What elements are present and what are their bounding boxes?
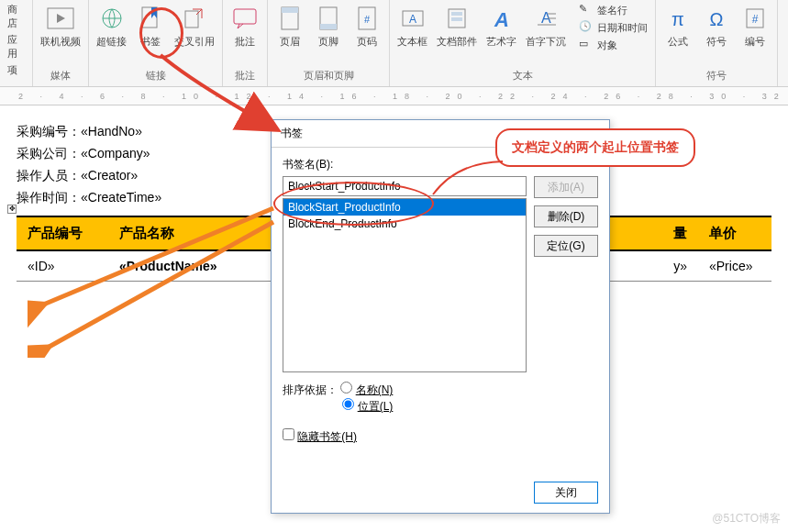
col-qty: 量	[662, 225, 698, 242]
sig-icon: ✎	[579, 3, 594, 17]
omega-icon: Ω	[702, 4, 731, 33]
textbox-button[interactable]: A文本框	[394, 2, 431, 50]
online-video-button[interactable]: 联机视频	[37, 2, 84, 50]
pagenum-button[interactable]: #页码	[349, 2, 385, 50]
col-price: 单价	[698, 225, 771, 242]
crossref-button[interactable]: 交叉引用	[171, 2, 218, 50]
svg-rect-6	[234, 9, 256, 24]
close-button[interactable]: 关闭	[534, 482, 598, 504]
pi-icon: π	[663, 4, 693, 33]
goto-button[interactable]: 定位(G)	[534, 235, 598, 257]
apps-button[interactable]: 应用	[4, 32, 28, 61]
group-label-symbols: 符号	[660, 67, 773, 86]
anno-callout: 文档定义的两个起止位置书签	[495, 128, 695, 167]
bookmark-dialog: 书签 书签名(B): BlockStart_ProductInfo BlockE…	[271, 119, 610, 514]
object-button[interactable]: ▭对象	[575, 37, 651, 53]
delete-button[interactable]: 删除(D)	[534, 205, 598, 227]
equation-button[interactable]: π公式	[660, 2, 696, 50]
svg-rect-17	[451, 17, 462, 21]
add-button[interactable]: 添加(A)	[534, 176, 598, 198]
ruler: 2 · 4 · 6 · 8 · 10 · 12 · 14 · 16 · 18 ·…	[0, 87, 788, 105]
dropcap-icon: A	[531, 4, 560, 33]
svg-rect-8	[282, 7, 298, 13]
svg-text:#: #	[752, 13, 759, 26]
watermark: @51CTO博客	[712, 511, 781, 526]
wordart-button[interactable]: A艺术字	[483, 2, 520, 50]
header-icon	[275, 4, 305, 33]
table-move-handle[interactable]: ✥	[7, 205, 17, 214]
parts-icon	[442, 4, 472, 33]
sort-loc-radio[interactable]: 位置(L)	[342, 400, 393, 413]
globe-icon	[97, 4, 127, 33]
number-button[interactable]: #编号	[737, 2, 773, 50]
datetime-button[interactable]: 🕓日期和时间	[575, 19, 651, 36]
cell-price: «Price»	[698, 259, 771, 273]
clock-icon: 🕓	[579, 20, 594, 35]
quickparts-button[interactable]: 文档部件	[433, 2, 481, 50]
group-label-text: 文本	[394, 67, 651, 86]
wordart-icon: A	[487, 4, 516, 33]
group-label-comments: 批注	[227, 67, 263, 86]
item-button[interactable]: 项	[4, 62, 28, 78]
svg-marker-4	[151, 7, 157, 18]
dropcap-button[interactable]: A首字下沉	[522, 2, 570, 50]
bookmark-item-0[interactable]: BlockStart_ProductInfo	[283, 199, 526, 216]
ribbon: 商店 应用 项 联机视频 媒体 超链接 书签 交叉引用 链接 批注 批注 页眉 …	[0, 0, 788, 87]
col-id: 产品编号	[17, 225, 108, 242]
cell-qty: y»	[662, 259, 698, 273]
group-label-headerfooter: 页眉和页脚	[272, 67, 385, 86]
svg-marker-1	[57, 14, 65, 23]
svg-text:A: A	[494, 8, 509, 30]
bookmark-item-1[interactable]: BlockEnd_ProductInfo	[283, 216, 526, 232]
header-button[interactable]: 页眉	[272, 2, 308, 50]
svg-text:A: A	[408, 13, 416, 26]
crossref-icon	[180, 4, 209, 33]
svg-rect-5	[185, 11, 198, 28]
store-button[interactable]: 商店	[4, 2, 28, 31]
pagenum-icon: #	[352, 4, 382, 33]
group-label-links: 链接	[93, 67, 218, 86]
footer-icon	[314, 4, 343, 33]
bookmark-list[interactable]: BlockStart_ProductInfo BlockEnd_ProductI…	[283, 198, 527, 372]
sigline-button[interactable]: ✎签名行	[575, 2, 651, 18]
sort-label: 排序依据：	[283, 383, 338, 396]
footer-button[interactable]: 页脚	[310, 2, 347, 50]
bookmark-icon	[136, 4, 165, 33]
textbox-icon: A	[398, 4, 427, 33]
cell-id: «ID»	[17, 259, 108, 273]
svg-rect-10	[320, 24, 337, 29]
cell-name: «ProductName»	[108, 259, 292, 273]
symbol-button[interactable]: Ω符号	[698, 2, 735, 50]
col-name: 产品名称	[108, 225, 292, 242]
hash-icon: #	[740, 4, 770, 33]
group-label-media: 媒体	[37, 67, 84, 86]
svg-text:π: π	[671, 9, 684, 29]
comment-button[interactable]: 批注	[227, 2, 263, 50]
object-icon: ▭	[579, 38, 594, 52]
svg-text:Ω: Ω	[710, 9, 724, 29]
bookmark-name-input[interactable]	[283, 176, 527, 196]
ribbon-leftedge: 商店 应用 项	[4, 2, 28, 78]
bookmark-button[interactable]: 书签	[132, 2, 169, 50]
hyperlink-button[interactable]: 超链接	[93, 2, 130, 50]
comment-icon	[230, 4, 260, 33]
video-icon	[46, 4, 75, 33]
svg-rect-16	[451, 12, 462, 16]
sort-name-radio[interactable]: 名称(N)	[340, 383, 393, 396]
sort-group: 排序依据： 名称(N) 位置(L)	[283, 382, 598, 415]
hidden-check[interactable]: 隐藏书签(H)	[283, 428, 598, 445]
svg-text:#: #	[364, 14, 371, 25]
